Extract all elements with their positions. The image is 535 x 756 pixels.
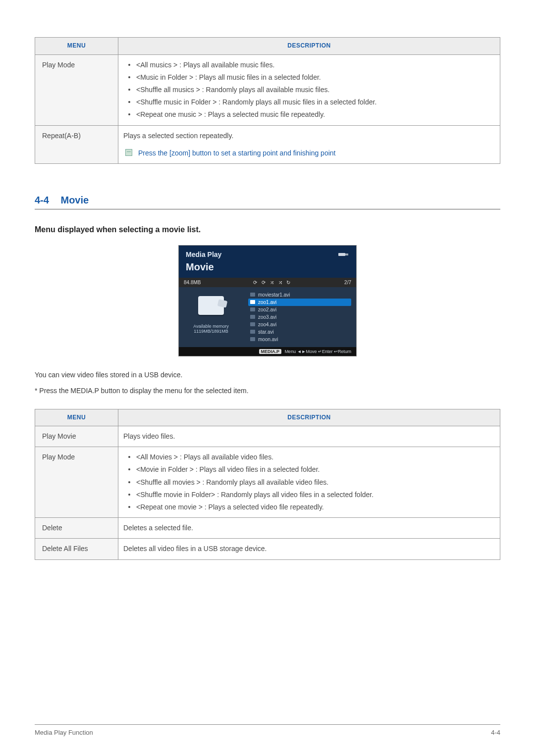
thumbnail-icon <box>198 296 224 315</box>
file-row: zoo2.avi <box>248 306 351 313</box>
desc-cell: Plays a selected section repeatedly. Pre… <box>118 125 500 163</box>
file-name: moviestar1.avi <box>258 292 290 298</box>
list-item: <All musics > : Plays all available musi… <box>126 59 495 71</box>
music-options-table: MENU DESCRIPTION Play Mode <All musics >… <box>35 37 500 164</box>
section-number: 4-4 <box>35 195 49 205</box>
file-icon <box>250 337 255 341</box>
menu-cell: Play Mode <box>35 54 118 125</box>
file-icon <box>250 293 255 297</box>
desc-cell: Deletes all video files in a USB storage… <box>118 539 500 559</box>
file-name: zoo2.avi <box>258 307 276 312</box>
desc-cell: Plays video files. <box>118 426 500 447</box>
note-text: Press the [zoom] button to set a startin… <box>138 147 335 159</box>
device-preview: Available memory 1119MB/1891MB <box>179 287 243 347</box>
device-bar: 84.8MB ⟳ ⟳ ⤮ ⤮ ↻ 2/7 <box>179 278 356 287</box>
desc-cell: Deletes a selected file. <box>118 518 500 539</box>
th-desc: DESCRIPTION <box>118 38 500 55</box>
desc-cell: <All Movies > : Plays all available vide… <box>118 447 500 518</box>
footer-right: 4-4 <box>491 729 500 736</box>
list-item: <Movie in Folder > : Plays all video fil… <box>126 463 495 476</box>
body-text-1: You can view video files stored in a USB… <box>35 369 500 381</box>
file-row: star.avi <box>248 328 351 336</box>
table-row: Repeat(A-B) Plays a selected section rep… <box>35 125 500 163</box>
device-header: Media Play Movie <box>179 246 356 278</box>
menu-cell: Play Movie <box>35 426 118 447</box>
file-row: zoo3.avi <box>248 313 351 321</box>
table-row: Play Mode <All musics > : Plays all avai… <box>35 54 500 125</box>
file-name: zoo1.avi <box>258 300 276 305</box>
usb-icon <box>338 252 349 259</box>
file-row: moviestar1.avi <box>248 291 351 299</box>
file-row: moon.avi <box>248 336 351 343</box>
th-menu: MENU <box>35 409 118 426</box>
mediap-tag: MEDIA.P <box>259 349 282 354</box>
note-line: Press the [zoom] button to set a startin… <box>123 147 495 159</box>
page-footer: Media Play Function 4-4 <box>35 724 500 736</box>
menu-cell: Repeat(A-B) <box>35 125 118 163</box>
list-item: <Shuffle music in Folder > : Randomly pl… <box>126 96 495 108</box>
list-item: <Shuffle all musics > : Randomly plays a… <box>126 84 495 96</box>
menu-cell: Delete <box>35 518 118 539</box>
file-icon <box>250 307 255 311</box>
file-icon <box>250 300 255 304</box>
sub-heading: Menu displayed when selecting a movie li… <box>35 225 500 234</box>
list-item: <Repeat one movie > : Plays a selected v… <box>126 501 495 513</box>
list-item: <Repeat one music > : Plays a selected m… <box>126 108 495 121</box>
desc-text: Plays a selected section repeatedly. <box>123 130 495 142</box>
desc-cell: <All musics > : Plays all available musi… <box>118 54 500 125</box>
file-icon <box>250 330 255 334</box>
file-icon <box>250 322 255 326</box>
footer-left: Media Play Function <box>35 729 93 736</box>
list-item: <Shuffle all movies > : Randomly plays a… <box>126 476 495 489</box>
device-count: 2/7 <box>344 280 351 285</box>
th-desc: DESCRIPTION <box>118 409 500 426</box>
device-footer: MEDIA.P Menu ◄►Move ↵Enter ↩Return <box>179 347 356 356</box>
list-item: <Music in Folder > : Plays all music fil… <box>126 71 495 84</box>
file-icon <box>250 315 255 319</box>
body-text-2: * Press the MEDIA.P button to display th… <box>35 385 500 397</box>
table-row: Delete All Files Deletes all video files… <box>35 539 500 559</box>
device-title: Media Play <box>186 251 349 258</box>
section-heading: 4-4 Movie <box>35 195 500 209</box>
table-row: Delete Deletes a selected file. <box>35 518 500 539</box>
menu-cell: Delete All Files <box>35 539 118 559</box>
device-sub: Movie <box>186 261 349 273</box>
list-item: <Shuffle movie in Folder> : Randomly pla… <box>126 489 495 501</box>
movie-options-table: MENU DESCRIPTION Play Movie Plays video … <box>35 409 500 560</box>
menu-cell: Play Mode <box>35 447 118 518</box>
device-file-list: moviestar1.avi zoo1.avi zoo2.avi zoo3.av… <box>243 287 356 347</box>
table-row: Play Mode <All Movies > : Plays all avai… <box>35 447 500 518</box>
mem-label: Available memory <box>183 324 239 329</box>
file-name: star.avi <box>258 329 274 335</box>
list-item: <All Movies > : Plays all available vide… <box>126 451 495 463</box>
section-title: Movie <box>60 195 89 205</box>
table-row: Play Movie Plays video files. <box>35 426 500 447</box>
file-name: zoo4.avi <box>258 322 276 327</box>
note-icon <box>125 149 132 156</box>
device-body: Available memory 1119MB/1891MB moviestar… <box>179 287 356 347</box>
file-name: moon.avi <box>258 337 278 342</box>
device-size: 84.8MB <box>184 280 201 285</box>
file-row: zoo4.avi <box>248 321 351 328</box>
footer-hints: Menu ◄►Move ↵Enter ↩Return <box>285 349 351 354</box>
device-screenshot: Media Play Movie 84.8MB ⟳ ⟳ ⤮ ⤮ ↻ 2/7 Av… <box>178 245 357 356</box>
file-name: zoo3.avi <box>258 314 276 320</box>
svg-rect-1 <box>345 253 348 255</box>
th-menu: MENU <box>35 38 118 55</box>
svg-rect-0 <box>338 253 345 256</box>
playmode-icons: ⟳ ⟳ ⤮ ⤮ ↻ <box>253 280 292 285</box>
file-row-selected: zoo1.avi <box>248 299 351 306</box>
mem-value: 1119MB/1891MB <box>183 329 239 334</box>
